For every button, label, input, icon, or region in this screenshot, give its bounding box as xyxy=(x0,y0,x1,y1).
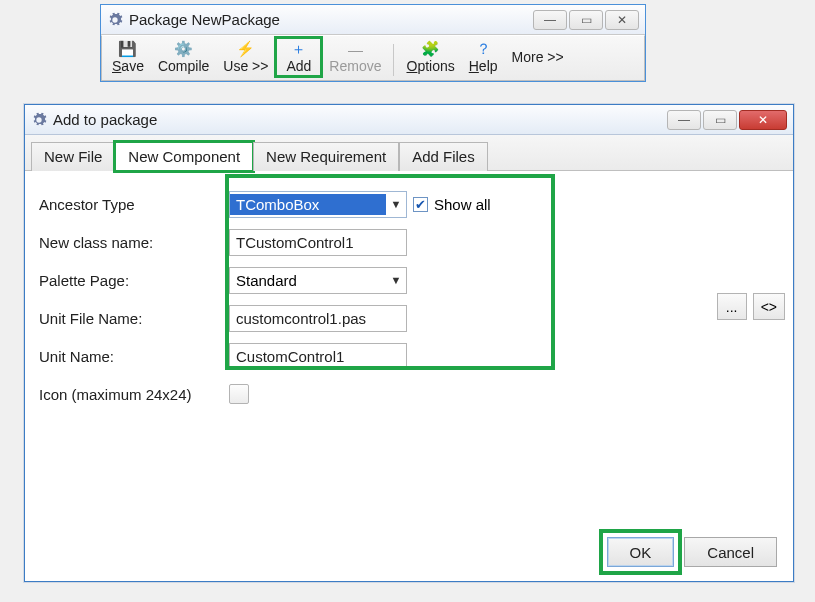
dialog-close-button[interactable]: ✕ xyxy=(739,110,787,130)
add-button[interactable]: ＋ Add xyxy=(276,38,321,76)
more-button[interactable]: More >> xyxy=(506,47,570,67)
palette-label: Palette Page: xyxy=(39,272,229,289)
dialog-minimize-button[interactable]: — xyxy=(667,110,701,130)
class-name-input[interactable] xyxy=(229,229,407,256)
dialog-titlebar: Add to package — ▭ ✕ xyxy=(25,105,793,135)
bolt-icon: ⚡ xyxy=(223,40,268,58)
options-icon: 🧩 xyxy=(406,40,454,58)
icon-picker-button[interactable] xyxy=(229,384,249,404)
ancestor-type-combo[interactable]: TComboBox ▼ xyxy=(229,191,407,218)
cancel-button[interactable]: Cancel xyxy=(684,537,777,567)
plus-icon: ＋ xyxy=(286,40,311,58)
ancestor-type-value: TComboBox xyxy=(230,194,386,215)
palette-page-combo[interactable]: Standard ▼ xyxy=(229,267,407,294)
dialog-maximize-button[interactable]: ▭ xyxy=(703,110,737,130)
show-all-checkbox[interactable]: ✔ xyxy=(413,197,428,212)
use-button[interactable]: ⚡ Use >> xyxy=(217,38,274,76)
unitfile-label: Unit File Name: xyxy=(39,310,229,327)
compile-icon: ⚙️ xyxy=(158,40,209,58)
help-button[interactable]: ？ Help xyxy=(463,38,504,76)
classname-label: New class name: xyxy=(39,234,229,251)
ancestor-label: Ancestor Type xyxy=(39,196,229,213)
expand-button[interactable]: <> xyxy=(753,293,785,320)
package-toolbar: 💾 Save ⚙️ Compile ⚡ Use >> ＋ Add — Remov… xyxy=(101,35,645,81)
package-icon xyxy=(107,12,123,28)
package-titlebar: Package NewPackage — ▭ ✕ xyxy=(101,5,645,35)
tab-add-files[interactable]: Add Files xyxy=(399,142,488,171)
minimize-button[interactable]: — xyxy=(533,10,567,30)
tab-new-requirement[interactable]: New Requirement xyxy=(253,142,399,171)
unitname-label: Unit Name: xyxy=(39,348,229,365)
ok-button[interactable]: OK xyxy=(607,537,675,567)
compile-button[interactable]: ⚙️ Compile xyxy=(152,38,215,76)
toolbar-divider xyxy=(393,44,394,76)
unit-name-input[interactable] xyxy=(229,343,407,370)
chevron-down-icon: ▼ xyxy=(386,198,406,210)
dialog-title: Add to package xyxy=(53,111,157,128)
palette-page-value: Standard xyxy=(230,270,386,291)
add-to-package-dialog: Add to package — ▭ ✕ New File New Compon… xyxy=(24,104,794,582)
show-all-label: Show all xyxy=(434,196,491,213)
icon-label: Icon (maximum 24x24) xyxy=(39,386,229,403)
remove-button[interactable]: — Remove xyxy=(323,38,387,76)
unit-file-name-input[interactable] xyxy=(229,305,407,332)
tab-new-component[interactable]: New Component xyxy=(115,142,253,171)
minus-icon: — xyxy=(329,40,381,58)
browse-button[interactable]: ... xyxy=(717,293,747,320)
package-title: Package NewPackage xyxy=(129,11,280,28)
maximize-button[interactable]: ▭ xyxy=(569,10,603,30)
close-button[interactable]: ✕ xyxy=(605,10,639,30)
save-icon: 💾 xyxy=(112,40,144,58)
form-area: Ancestor Type TComboBox ▼ ✔ Show all New… xyxy=(25,171,793,427)
chevron-down-icon: ▼ xyxy=(386,274,406,286)
save-button[interactable]: 💾 Save xyxy=(106,38,150,76)
dialog-tabs: New File New Component New Requirement A… xyxy=(25,135,793,171)
options-button[interactable]: 🧩 Options xyxy=(400,38,460,76)
dialog-icon xyxy=(31,112,47,128)
help-icon: ？ xyxy=(469,40,498,58)
package-window: Package NewPackage — ▭ ✕ 💾 Save ⚙️ Compi… xyxy=(100,4,646,82)
tab-new-file[interactable]: New File xyxy=(31,142,115,171)
